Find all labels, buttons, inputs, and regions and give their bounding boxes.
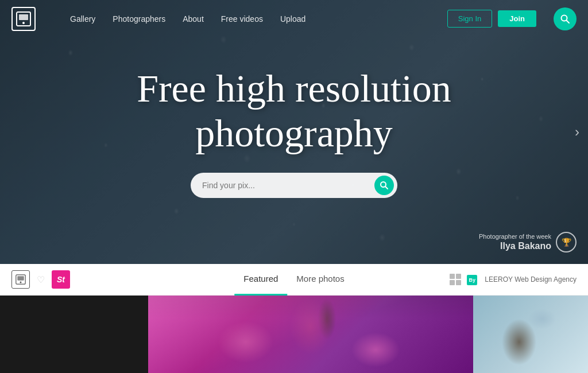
nav-photographers[interactable]: Photographers (113, 14, 165, 24)
hero-next-button[interactable]: › (575, 124, 579, 140)
hero-content: Free high resolution photography (0, 66, 588, 198)
search-button-nav[interactable] (554, 7, 577, 30)
svg-line-4 (567, 20, 570, 23)
tab-featured[interactable]: Featured (234, 264, 287, 296)
grid-view-icons (450, 274, 461, 285)
tabs-st-badge[interactable]: St (52, 270, 70, 289)
hero-search-bar (191, 173, 397, 198)
hero-search-submit[interactable] (374, 176, 394, 195)
svg-point-2 (22, 22, 25, 24)
hero-search-input[interactable] (202, 181, 374, 190)
photo-strip (0, 296, 588, 373)
navbar: Gallery Photographers About Free videos … (0, 0, 588, 37)
nav-about[interactable]: About (183, 14, 204, 24)
tabs-heart-icon: ♡ (37, 274, 45, 285)
nav-gallery[interactable]: Gallery (70, 14, 95, 24)
svg-line-6 (385, 187, 388, 189)
nav-upload[interactable]: Upload (280, 14, 305, 24)
award-badge-icon: 🏆 (556, 232, 577, 252)
tab-more-photos[interactable]: More photos (287, 264, 353, 296)
leeroy-label: LEEROY Web Design Agency (485, 275, 577, 283)
photographer-week-name: Ilya Bakano (479, 241, 551, 251)
nav-free-videos[interactable]: Free videos (221, 14, 263, 24)
tabs-logo[interactable] (11, 270, 30, 289)
join-button[interactable]: Join (498, 10, 536, 27)
signin-button[interactable]: Sign In (447, 10, 492, 28)
grid-view-button[interactable] (450, 274, 461, 285)
tabs-bar: ♡ St Featured More photos By LEEROY Web … (0, 264, 588, 296)
logo[interactable] (11, 7, 36, 31)
nav-links: Gallery Photographers About Free videos … (70, 14, 447, 24)
photo-main-orchid[interactable] (148, 296, 473, 373)
svg-point-9 (20, 281, 22, 283)
nav-actions: Sign In Join (447, 7, 577, 30)
hero-title: Free high resolution photography (137, 66, 451, 156)
leeroy-badge-icon: By (467, 274, 479, 285)
tabs-center: Featured More photos (234, 264, 353, 296)
photographer-of-week: Photographer of the week Ilya Bakano 🏆 (479, 232, 577, 252)
photographer-week-label: Photographer of the week (479, 233, 551, 240)
svg-rect-8 (17, 276, 24, 280)
svg-rect-1 (19, 14, 28, 20)
hero-section: Gallery Photographers About Free videos … (0, 0, 588, 264)
tabs-right: By LEEROY Web Design Agency (450, 274, 577, 285)
photo-left[interactable] (0, 296, 148, 373)
photo-right[interactable] (473, 296, 588, 373)
tabs-left-icons: ♡ St (11, 270, 70, 289)
